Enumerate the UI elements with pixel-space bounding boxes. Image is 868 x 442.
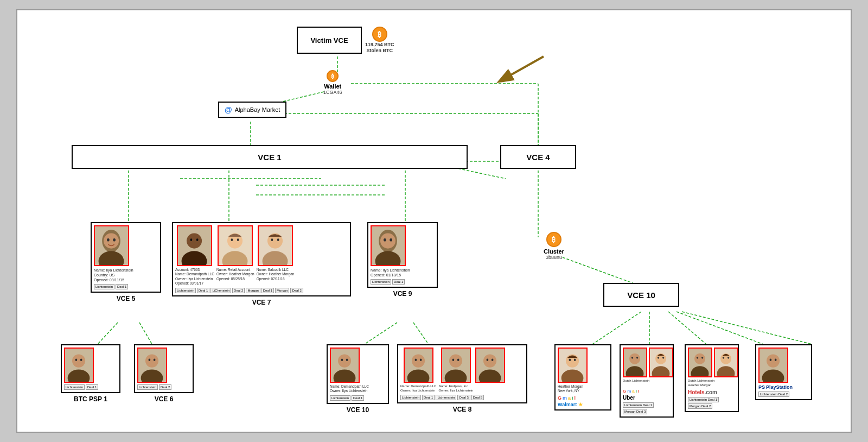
vce10bot-tags: LichtensteinDeal 1 <box>330 395 364 401</box>
vce7-label: VCE 7 <box>252 299 271 306</box>
svg-point-47 <box>277 238 279 241</box>
svg-point-108 <box>727 357 729 359</box>
vce6-label: VCE 6 <box>155 395 174 403</box>
svg-point-72 <box>414 358 417 361</box>
svg-point-32 <box>113 238 116 242</box>
svg-point-97 <box>658 357 659 359</box>
playstation-card: PS PlayStation Lichtenstein Deal 2 <box>755 344 812 400</box>
svg-point-57 <box>75 358 78 361</box>
vce5-card: Name: Ilya Lichtenstein Country: US Open… <box>91 222 161 302</box>
svg-point-53 <box>390 238 392 242</box>
morgan-photo3 <box>714 348 738 377</box>
svg-point-67 <box>341 358 343 361</box>
at-icon: @ <box>225 105 232 114</box>
vce10-top-label: VCE 10 <box>627 291 655 300</box>
svg-point-37 <box>196 238 199 241</box>
svg-point-73 <box>420 358 422 361</box>
btcpsp1-card: LichtensteinDeal 1 BTC PSP 1 <box>61 344 120 403</box>
cluster-label: Cluster <box>544 248 564 255</box>
svg-point-63 <box>154 358 156 361</box>
ps-photo <box>758 348 788 383</box>
svg-line-15 <box>139 323 153 346</box>
dutch-card1: Dutch Lichtenstein Gmail Uber Lichtenste… <box>620 344 674 418</box>
svg-point-51 <box>380 233 395 249</box>
wallet-label: Wallet <box>324 83 341 90</box>
btcpsp1-label: BTC PSP 1 <box>74 395 107 403</box>
svg-point-68 <box>346 358 348 361</box>
svg-point-41 <box>231 238 233 241</box>
vce8-card: Name: Demandpath LLCOwner: Ilya Lichtens… <box>397 344 527 413</box>
wallet-sublabel: 1CGA46 <box>323 90 342 95</box>
vce8-photo3 <box>475 348 505 383</box>
vce10-bot-card: Name: Demandpath LLCOwner: Ilya Lichtens… <box>327 344 389 414</box>
svg-point-46 <box>271 238 273 241</box>
dutch-photo2 <box>688 348 712 377</box>
svg-point-100 <box>694 353 705 364</box>
btc-icon-victim: ₿ <box>372 27 387 42</box>
svg-point-90 <box>629 353 640 364</box>
svg-line-19 <box>592 312 641 344</box>
svg-point-98 <box>662 357 664 359</box>
svg-point-113 <box>775 358 777 361</box>
hm-card1: Heather MorganNew York, NY Gmail Walmart… <box>554 344 611 411</box>
svg-line-16 <box>362 323 397 346</box>
svg-line-18 <box>563 257 641 286</box>
svg-point-30 <box>104 233 119 249</box>
vce7-card: Account: 47663Name: Demandpath LLCOwner:… <box>172 222 351 306</box>
vce9-card: Name: Ilya LichtensteinOpened: 01/18/15 … <box>367 222 438 298</box>
svg-point-77 <box>452 358 454 361</box>
svg-point-52 <box>384 238 386 242</box>
hm-photo1 <box>558 348 588 383</box>
svg-point-87 <box>569 358 571 361</box>
vce6-card: LichtensteinDeal 2 VCE 6 <box>134 344 194 403</box>
svg-point-31 <box>107 238 110 242</box>
btcpsp1-tags: LichtensteinDeal 1 <box>64 384 98 390</box>
vce9-photo <box>371 225 406 266</box>
btc-icon-cluster: ₿ <box>546 232 561 247</box>
brown-arrow <box>489 54 554 86</box>
vce9-info: Name: Ilya LichtensteinOpened: 01/18/15 <box>371 268 410 277</box>
dutch-photo1 <box>623 348 647 377</box>
vce8-photo1 <box>404 348 433 383</box>
svg-point-70 <box>412 355 425 368</box>
svg-point-82 <box>487 358 489 361</box>
vce1-label: VCE 1 <box>258 153 281 162</box>
svg-point-55 <box>72 355 85 368</box>
vce6-tags: LichtensteinDeal 2 <box>137 384 171 390</box>
svg-line-23 <box>682 312 812 344</box>
victim-vce-label: Victim VCE <box>310 36 348 45</box>
vce9-label: VCE 9 <box>393 290 412 298</box>
svg-point-92 <box>631 357 633 359</box>
alphabay-node: @ AlphaBay Market <box>218 102 286 118</box>
vce7-tags: LichtensteinDeal 1 LiChensteinDeal 2 Mor… <box>175 288 303 293</box>
svg-point-62 <box>149 358 151 361</box>
svg-point-103 <box>701 357 703 359</box>
vce6-photo <box>137 348 167 383</box>
svg-point-80 <box>483 355 496 368</box>
vce10-bot-label: VCE 10 <box>347 406 369 414</box>
svg-point-75 <box>449 355 462 368</box>
btc-icon-wallet: ₿ <box>327 70 339 82</box>
svg-point-83 <box>492 358 494 361</box>
diagram-canvas: Victim VCE ₿ 119,754 BTC Stolen BTC ₿ Wa… <box>16 9 852 433</box>
btc-amount: 119,754 BTC <box>365 42 394 47</box>
cluster-sublabel: 3b88nu <box>546 255 562 260</box>
vce4-label: VCE 4 <box>526 153 550 162</box>
btc-sublabel: Stolen BTC <box>367 48 393 53</box>
cluster-node: ₿ Cluster 3b88nu <box>544 232 564 260</box>
svg-point-60 <box>145 355 158 368</box>
svg-point-58 <box>80 358 82 361</box>
vce8-photo2 <box>441 348 471 383</box>
vce7-photo3 <box>258 225 293 266</box>
vce10bot-photo <box>330 348 360 383</box>
wallet-node: ₿ Wallet 1CGA46 <box>323 70 342 95</box>
svg-line-14 <box>96 323 118 346</box>
vce1-node: VCE 1 <box>72 145 468 169</box>
victim-vce-node: Victim VCE ₿ 119,754 BTC Stolen BTC <box>297 27 394 54</box>
vce8-label: VCE 8 <box>453 406 472 413</box>
dutch-card2: Dutch LichtensteinHeather Morgan Hotels.… <box>685 344 739 412</box>
svg-point-112 <box>770 358 772 361</box>
vce5-tags: LichtensteinDeal 1 <box>94 284 128 289</box>
vce9-tags: LichtensteinDeal 1 <box>371 279 405 285</box>
vce5-photo <box>94 225 129 266</box>
